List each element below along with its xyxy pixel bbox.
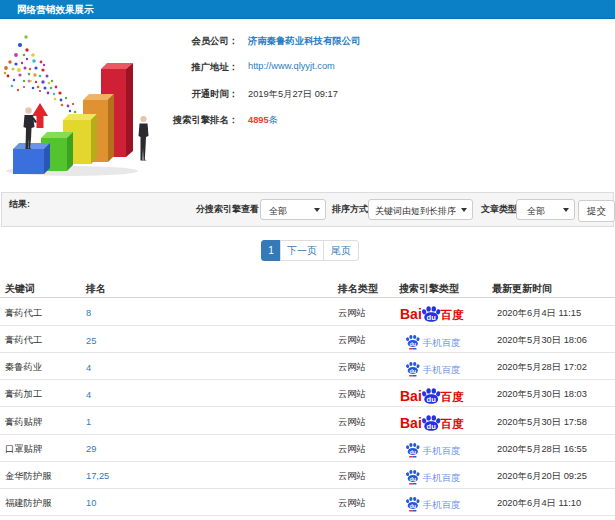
svg-text:百度: 百度 xyxy=(440,390,465,403)
svg-text:du: du xyxy=(427,422,437,431)
svg-text:手机百度: 手机百度 xyxy=(423,336,461,347)
svg-text:手机百度: 手机百度 xyxy=(423,445,461,456)
svg-text:Bai: Bai xyxy=(400,388,422,404)
svg-text:手机百度: 手机百度 xyxy=(423,499,461,510)
svg-text:du: du xyxy=(409,503,416,509)
svg-text:Bai: Bai xyxy=(400,415,422,431)
svg-text:du: du xyxy=(409,340,416,346)
svg-text:du: du xyxy=(409,449,416,455)
svg-text:手机百度: 手机百度 xyxy=(423,363,461,374)
svg-text:du: du xyxy=(409,367,416,373)
svg-text:百度: 百度 xyxy=(440,308,465,321)
svg-text:du: du xyxy=(427,313,437,322)
svg-text:du: du xyxy=(427,395,437,404)
svg-text:百度: 百度 xyxy=(440,417,465,430)
svg-text:手机百度: 手机百度 xyxy=(423,472,461,483)
svg-text:du: du xyxy=(409,476,416,482)
svg-text:Bai: Bai xyxy=(400,306,422,322)
